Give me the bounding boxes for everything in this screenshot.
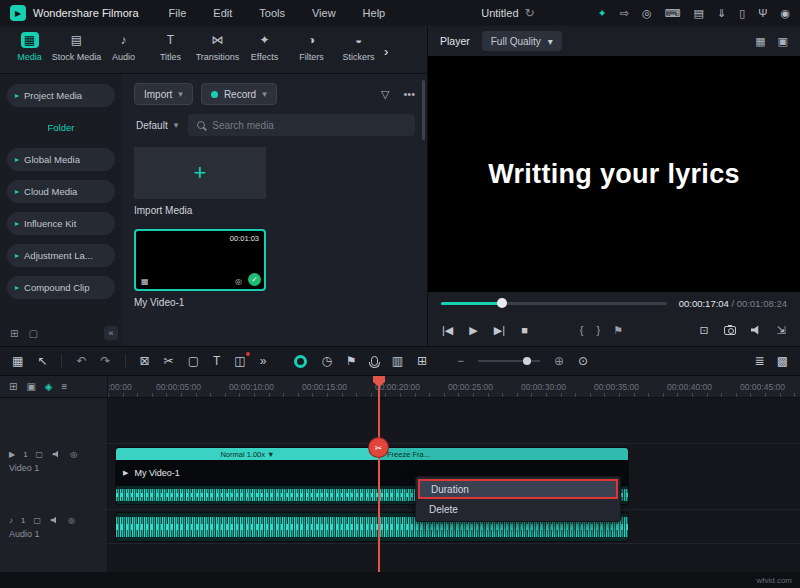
empty-track-lane[interactable] bbox=[108, 398, 800, 443]
marker-icon[interactable]: ⚑ bbox=[346, 354, 357, 368]
hide-track-icon[interactable]: ◎ bbox=[68, 516, 75, 525]
snapshot-camera-icon[interactable] bbox=[724, 326, 736, 335]
clip-grid-icon[interactable]: ▦ bbox=[141, 277, 149, 286]
snap-icon[interactable]: ◈ bbox=[45, 381, 53, 392]
play-button[interactable]: ▶ bbox=[469, 324, 477, 337]
seek-slider[interactable] bbox=[441, 302, 667, 305]
media-view-icon[interactable]: ▣ bbox=[778, 35, 788, 48]
filter-icon[interactable]: ▽ bbox=[381, 88, 389, 101]
mark-out-button[interactable]: } bbox=[596, 324, 600, 336]
account-icon[interactable]: ◉ bbox=[780, 7, 790, 20]
mute-track-icon[interactable] bbox=[50, 516, 58, 524]
delete-button[interactable]: ⊠ bbox=[140, 354, 150, 368]
menu-view[interactable]: View bbox=[312, 7, 336, 19]
media-clip-thumbnail[interactable]: 00:01:03 ▦ ◎ ✓ bbox=[134, 229, 266, 291]
speed-ramping-icon[interactable]: ◷ bbox=[321, 354, 331, 368]
manage-tracks-icon[interactable]: ⊞ bbox=[9, 381, 17, 392]
tab-effects[interactable]: ✦ Effects bbox=[241, 32, 288, 62]
zoom-slider-handle[interactable] bbox=[523, 357, 531, 365]
next-frame-button[interactable]: ▶| bbox=[494, 324, 505, 337]
seek-slider-handle[interactable] bbox=[497, 298, 507, 308]
stop-button[interactable]: ■ bbox=[521, 324, 528, 336]
menu-file[interactable]: File bbox=[169, 7, 187, 19]
lock-track-icon[interactable]: ▢ bbox=[33, 516, 41, 525]
keyboard-shortcut-icon[interactable]: ⌨ bbox=[665, 7, 681, 20]
sidebar-item-cloud-media[interactable]: ▸ Cloud Media bbox=[7, 180, 115, 203]
sidebar-item-folder[interactable]: Folder bbox=[7, 116, 115, 139]
tab-transitions[interactable]: ⋈ Transitions bbox=[194, 32, 241, 62]
import-media-tile[interactable]: + bbox=[134, 147, 266, 199]
marker-flag-icon[interactable]: ⚑ bbox=[613, 324, 623, 337]
clip-speed-label[interactable]: Normal 1.00x ▼ bbox=[116, 448, 379, 460]
keyframe-icon[interactable]: ⊞ bbox=[417, 354, 427, 368]
tab-stock-media[interactable]: ▤ Stock Media bbox=[53, 32, 100, 62]
select-tool-icon[interactable]: ↖ bbox=[37, 354, 47, 368]
new-folder-icon[interactable]: ⊞ bbox=[10, 328, 18, 339]
redo-button[interactable]: ↷ bbox=[100, 354, 110, 368]
lock-track-icon[interactable]: ▢ bbox=[36, 450, 44, 459]
audio-mixer-icon[interactable]: ▥ bbox=[392, 354, 403, 368]
sidebar-item-adjustment-layer[interactable]: ▸ Adjustment La... bbox=[7, 244, 115, 267]
tab-filters[interactable]: ◑ Filters bbox=[288, 32, 335, 62]
mobile-icon[interactable]: ▯ bbox=[739, 7, 745, 20]
clip-freeze-label[interactable]: Freeze Fra... bbox=[379, 448, 628, 460]
track-layout-icon[interactable]: ▩ bbox=[777, 354, 788, 368]
track-manager-icon[interactable]: ≣ bbox=[755, 354, 765, 368]
folder-filter-select[interactable]: Default ▾ bbox=[134, 114, 180, 136]
previous-frame-button[interactable]: |◀ bbox=[442, 324, 453, 337]
export-icon[interactable]: ⇓ bbox=[717, 7, 726, 20]
record-voiceover-button[interactable] bbox=[294, 355, 307, 368]
timeline-options-icon[interactable]: ≡ bbox=[62, 381, 68, 392]
filler-track-lane[interactable] bbox=[108, 544, 800, 572]
menu-tools[interactable]: Tools bbox=[259, 7, 285, 19]
quality-select[interactable]: Full Quality ▾ bbox=[482, 31, 562, 51]
sidebar-item-influence-kit[interactable]: ▸ Influence Kit bbox=[7, 212, 115, 235]
playhead[interactable]: ✂ bbox=[378, 376, 380, 572]
context-menu-item-duration[interactable]: Duration bbox=[418, 479, 618, 499]
more-options-icon[interactable]: ••• bbox=[403, 88, 415, 100]
import-button[interactable]: Import ▾ bbox=[134, 83, 193, 105]
sidebar-item-project-media[interactable]: ▸ Project Media bbox=[7, 84, 115, 107]
timeline-marker-icon[interactable]: ▣ bbox=[26, 381, 35, 392]
context-menu-item-delete[interactable]: Delete bbox=[418, 499, 618, 519]
voiceover-mic-icon[interactable] bbox=[371, 356, 378, 366]
timeline-zoom-slider[interactable] bbox=[478, 360, 540, 362]
share-icon[interactable]: ⇨ bbox=[620, 7, 629, 20]
mic-icon[interactable]: Ψ bbox=[758, 7, 767, 19]
fullscreen-icon[interactable]: ⇲ bbox=[777, 324, 786, 337]
sidebar-item-global-media[interactable]: ▸ Global Media bbox=[7, 148, 115, 171]
sidebar-item-compound-clip[interactable]: ▸ Compound Clip bbox=[7, 276, 115, 299]
collapse-sidebar-button[interactable]: « bbox=[104, 326, 118, 340]
tab-stickers[interactable]: ◒ Stickers bbox=[335, 32, 382, 62]
menu-help[interactable]: Help bbox=[363, 7, 386, 19]
clip-preview-eye-icon[interactable]: ◎ bbox=[235, 277, 242, 286]
fit-screen-icon[interactable]: ⊡ bbox=[700, 324, 709, 337]
tab-audio[interactable]: ♪ Audio bbox=[100, 32, 147, 62]
screen-record-icon[interactable]: ◎ bbox=[642, 7, 652, 20]
split-tool-button[interactable]: ◫ bbox=[234, 354, 245, 368]
zoom-out-icon[interactable]: − bbox=[457, 354, 464, 368]
crop-button[interactable]: ▢ bbox=[188, 354, 199, 368]
media-scrollbar[interactable] bbox=[422, 80, 425, 140]
more-tools-chevron-icon[interactable]: » bbox=[260, 354, 267, 368]
gift-icon[interactable]: ✦ bbox=[598, 7, 607, 20]
search-input[interactable] bbox=[212, 120, 406, 131]
timeline-ruler[interactable]: :00:00 00:00:05:00 00:00:10:00 00:00:15:… bbox=[108, 376, 800, 397]
media-manager-icon[interactable]: ▦ bbox=[12, 354, 23, 368]
tab-titles[interactable]: T Titles bbox=[147, 32, 194, 62]
undo-button[interactable]: ↶ bbox=[76, 354, 86, 368]
more-tabs-chevron-icon[interactable]: › bbox=[384, 44, 388, 59]
text-tool-button[interactable]: T bbox=[213, 354, 220, 368]
mute-track-icon[interactable] bbox=[53, 450, 61, 458]
hide-track-icon[interactable]: ◎ bbox=[70, 450, 77, 459]
fit-timeline-icon[interactable]: ⊙ bbox=[578, 354, 588, 368]
tab-media[interactable]: ▦ Media bbox=[6, 32, 53, 62]
layout-switch-icon[interactable]: ▦ bbox=[755, 35, 765, 48]
split-scissors-button[interactable]: ✂ bbox=[164, 354, 174, 368]
folder-icon[interactable]: ▢ bbox=[28, 328, 37, 339]
menu-edit[interactable]: Edit bbox=[213, 7, 232, 19]
zoom-in-icon[interactable]: ⊕ bbox=[554, 354, 564, 368]
volume-icon[interactable] bbox=[751, 325, 762, 335]
record-button[interactable]: Record ▾ bbox=[201, 83, 277, 105]
mark-in-button[interactable]: { bbox=[580, 324, 584, 336]
